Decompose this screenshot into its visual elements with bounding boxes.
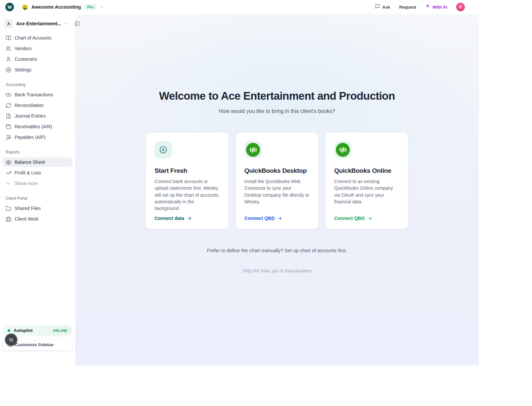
- users-icon: [6, 46, 11, 51]
- sidebar-item-receivables[interactable]: Receivables (A/R): [3, 122, 72, 131]
- sidebar-reports-nav: Balance Sheet Profit & Loss Show more: [3, 157, 72, 188]
- folder-icon: [6, 206, 11, 211]
- user-icon: [6, 56, 11, 62]
- manual-setup-hint[interactable]: Prefer to define the chart manually? Set…: [207, 248, 347, 253]
- hand-coins-icon: [6, 135, 11, 140]
- sidebar-item-shared-files[interactable]: Shared Files: [3, 204, 72, 213]
- sidebar-item-label: Receivables (A/R): [15, 124, 52, 129]
- sidebar-item-client-work[interactable]: Client Work: [3, 214, 72, 224]
- client-name: Ace Entertainment...: [16, 21, 61, 26]
- quickbooks-logo: qb: [336, 143, 350, 157]
- banknote-icon: [6, 92, 11, 98]
- qb-logo-text: qb: [249, 146, 256, 153]
- card-quickbooks-online[interactable]: qb QuickBooks Online Connect to an exist…: [325, 132, 408, 229]
- scale-icon: [6, 159, 11, 165]
- cta-label: Connect QBO: [334, 216, 365, 221]
- trending-up-icon: [6, 170, 11, 176]
- client-chevron-down-icon: [64, 22, 68, 26]
- collaborator-cursor-avatar: N: [5, 334, 17, 346]
- sidebar-item-label: Payables (A/P): [15, 135, 46, 140]
- card-start-fresh[interactable]: Start Fresh Connect bank accounts or upl…: [146, 132, 229, 229]
- sidebar-accounting-nav: Bank Transactions Reconciliation Journal…: [3, 90, 72, 142]
- sidebar-item-chart-of-accounts[interactable]: Chart of Accounts: [3, 33, 72, 43]
- sidebar-item-vendors[interactable]: Vendors: [3, 44, 72, 53]
- ask-label: Ask: [382, 5, 390, 10]
- pro-plan-badge: Pro: [84, 4, 96, 10]
- workspace-chevron-down-icon[interactable]: [100, 5, 104, 9]
- card-title: Start Fresh: [155, 167, 220, 174]
- connect-data-link[interactable]: Connect data: [155, 216, 220, 221]
- sidebar-client-portal-nav: Shared Files Client Work: [3, 204, 72, 224]
- file-text-icon: [6, 113, 11, 119]
- with-ai-label: With AI: [433, 5, 447, 10]
- ask-button[interactable]: Ask: [375, 4, 390, 10]
- card-title: QuickBooks Online: [334, 167, 399, 174]
- page-subtitle: How would you like to bring in this clie…: [219, 108, 335, 114]
- online-dot-icon: [8, 329, 10, 332]
- card-title: QuickBooks Desktop: [244, 167, 310, 174]
- app-window: W / 🤑 Awesome Accounting Pro Ask Request…: [0, 0, 479, 365]
- connect-qbd-link[interactable]: Connect QBD: [244, 216, 310, 221]
- topbar: W / 🤑 Awesome Accounting Pro Ask Request…: [0, 0, 479, 14]
- cta-label: Connect data: [155, 216, 184, 221]
- screenshot-canvas: W / 🤑 Awesome Accounting Pro Ask Request…: [0, 0, 532, 406]
- quickbooks-logo-icon: qb: [334, 141, 351, 158]
- sidebar-item-label: Journal Entries: [15, 113, 46, 119]
- sidebar-item-label: Settings: [15, 67, 32, 72]
- card-description: Connect to an existing QuickBooks Online…: [334, 178, 399, 205]
- cursor-avatar-initial: N: [9, 337, 13, 343]
- sidebar-item-label: Bank Transactions: [15, 92, 53, 97]
- connect-qbo-link[interactable]: Connect QBO: [334, 216, 399, 221]
- sidebar-show-more[interactable]: Show more: [3, 179, 72, 188]
- sidebar-item-settings[interactable]: Settings: [3, 65, 72, 74]
- qb-logo-text: qb: [339, 146, 346, 153]
- customize-sidebar-label: Customize Sidebar: [15, 342, 54, 347]
- sidebar-item-payables[interactable]: Payables (A/P): [3, 133, 72, 142]
- section-label-reports: Reports: [3, 150, 72, 154]
- sidebar-item-label: Profit & Loss: [15, 170, 41, 175]
- sidebar-item-balance-sheet[interactable]: Balance Sheet: [3, 157, 72, 167]
- topbar-actions: Ask Request With AI D: [375, 3, 465, 11]
- main-content: Welcome to Ace Entertainment and Product…: [75, 14, 479, 365]
- sidebar-item-label: Chart of Accounts: [15, 35, 52, 41]
- arrow-right-icon: [187, 216, 192, 221]
- breadcrumb-separator: /: [17, 4, 19, 10]
- sidebar-item-label: Balance Sheet: [15, 159, 45, 165]
- client-avatar: A: [4, 19, 13, 28]
- briefcase-icon: [6, 216, 11, 222]
- workspace-emoji: 🤑: [22, 5, 28, 10]
- quickbooks-logo-icon: qb: [244, 141, 262, 158]
- wesley-logo[interactable]: W: [5, 3, 14, 11]
- client-switcher[interactable]: A Ace Entertainment...: [3, 19, 72, 29]
- chevron-down-icon: [6, 181, 11, 186]
- sidebar-item-label: Shared Files: [15, 206, 41, 211]
- section-label-accounting: Accounting: [3, 82, 72, 87]
- sidebar-item-label: Reconciliation: [15, 103, 44, 108]
- card-description: Connect bank accounts or upload statemen…: [155, 178, 220, 212]
- plus-circle-icon: [155, 141, 172, 158]
- logo-letter: W: [8, 5, 12, 10]
- sidebar-collapse-icon[interactable]: [74, 21, 80, 26]
- client-avatar-initial: A: [7, 21, 10, 26]
- request-button[interactable]: Request: [399, 5, 416, 10]
- sidebar-item-reconciliation[interactable]: Reconciliation: [3, 101, 72, 110]
- request-label: Request: [399, 5, 416, 10]
- sidebar: A Ace Entertainment... Chart of Accounts…: [0, 14, 75, 365]
- with-ai-button[interactable]: With AI: [425, 4, 447, 10]
- autopilot-status: ONLINE: [53, 329, 67, 333]
- gear-icon: [6, 67, 11, 73]
- refresh-icon: [6, 103, 11, 108]
- sidebar-primary-nav: Chart of Accounts Vendors Customers Sett…: [3, 33, 72, 74]
- sidebar-item-customers[interactable]: Customers: [3, 54, 72, 64]
- card-quickbooks-desktop[interactable]: qb QuickBooks Desktop Install the QuickB…: [235, 132, 319, 229]
- sidebar-item-bank-transactions[interactable]: Bank Transactions: [3, 90, 72, 99]
- sidebar-item-profit-and-loss[interactable]: Profit & Loss: [3, 168, 72, 177]
- user-avatar[interactable]: D: [456, 3, 465, 11]
- workspace-name[interactable]: Awesome Accounting: [32, 4, 81, 10]
- arrow-right-icon: [277, 216, 282, 221]
- section-label-client-portal: Client Portal: [3, 196, 72, 201]
- book-open-icon: [6, 35, 11, 41]
- sidebar-item-journal-entries[interactable]: Journal Entries: [3, 111, 72, 121]
- skip-link[interactable]: Skip for now, go to transactions: [242, 268, 312, 273]
- sidebar-item-label: Client Work: [15, 216, 39, 222]
